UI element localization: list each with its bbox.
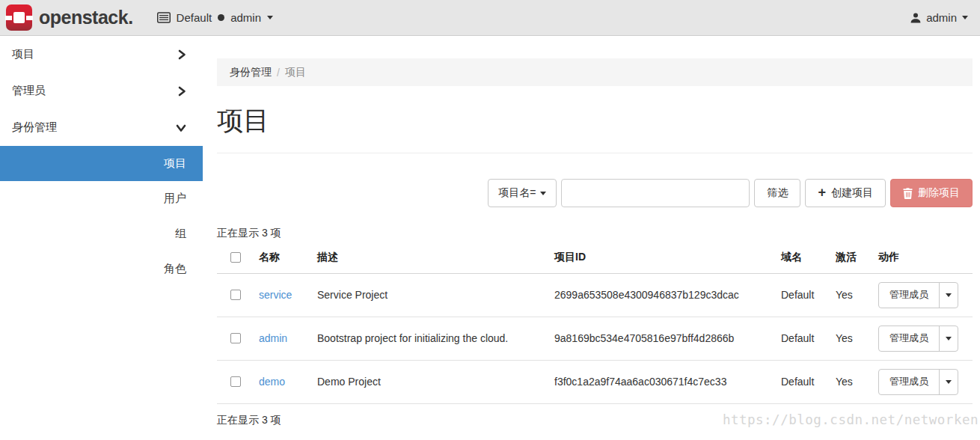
manage-members-button[interactable]: 管理成员	[879, 326, 939, 351]
filter-button-label: 筛选	[767, 186, 788, 200]
filter-button[interactable]: 筛选	[754, 179, 800, 207]
sidebar-item-identity-roles[interactable]: 角色	[0, 251, 203, 287]
csdn-watermark: https://blog.csdn.net/networken	[723, 412, 979, 427]
project-domain: Default	[781, 360, 836, 403]
main-content: 身份管理 / 项目 项目 项目名= 筛选 + 创建项目	[217, 36, 973, 427]
row-action-dropdown-toggle[interactable]	[939, 283, 958, 308]
row-action-dropdown-toggle[interactable]	[939, 326, 958, 351]
sidebar-item-identity[interactable]: 身份管理	[0, 109, 203, 146]
projects-table: 名称 描述 项目ID 域名 激活 动作 service Service Proj…	[217, 242, 973, 404]
project-name-link[interactable]: service	[259, 289, 292, 301]
breadcrumb-parent[interactable]: 身份管理	[230, 66, 272, 79]
project-domain: Default	[781, 317, 836, 360]
table-actions-bar: 项目名= 筛选 + 创建项目 删除项目	[217, 179, 973, 207]
chevron-right-icon	[177, 49, 186, 60]
filter-input[interactable]	[561, 179, 750, 207]
chevron-down-icon	[946, 337, 952, 340]
chevron-down-icon	[946, 293, 952, 297]
table-row: service Service Project 2699a653508e4300…	[217, 273, 973, 317]
project-dot-icon	[218, 14, 224, 21]
sidebar-item-label: 身份管理	[12, 120, 57, 135]
breadcrumb-current: 项目	[285, 66, 306, 79]
project-domain: Default	[781, 273, 836, 317]
sidebar-subitem-label: 组	[175, 227, 186, 241]
sidebar-item-admin[interactable]: 管理员	[0, 73, 203, 109]
create-project-button[interactable]: + 创建项目	[805, 179, 886, 207]
chevron-down-icon	[267, 16, 273, 19]
user-menu[interactable]: admin	[910, 11, 968, 24]
row-checkbox[interactable]	[230, 290, 241, 300]
sidebar-subitem-label: 角色	[164, 262, 186, 276]
project-id: 9a8169bc534e4705816e97bff4d2866b	[554, 317, 781, 360]
openstack-logo-icon	[6, 4, 32, 31]
brand-text: openstack.	[39, 7, 133, 28]
breadcrumb-separator: /	[277, 67, 280, 79]
project-active: Yes	[836, 360, 878, 403]
sidebar-item-identity-projects[interactable]: 项目	[0, 146, 203, 181]
project-active: Yes	[836, 317, 878, 360]
domain-project-switcher[interactable]: Default admin	[157, 11, 273, 24]
project-description: Demo Project	[317, 360, 554, 403]
breadcrumb: 身份管理 / 项目	[217, 58, 973, 86]
page-title: 项目	[217, 103, 973, 138]
manage-members-button[interactable]: 管理成员	[879, 370, 939, 394]
delete-projects-label: 删除项目	[918, 186, 960, 200]
trash-icon	[903, 188, 913, 199]
top-navbar: openstack. Default admin admin	[0, 0, 980, 36]
delete-projects-button[interactable]: 删除项目	[890, 179, 973, 207]
column-header-domain: 域名	[781, 242, 836, 273]
column-header-description: 描述	[317, 242, 554, 273]
column-header-project-id: 项目ID	[554, 242, 781, 273]
filter-field-dropdown[interactable]: 项目名=	[488, 179, 557, 207]
person-icon	[910, 13, 921, 23]
select-all-checkbox[interactable]	[230, 252, 241, 263]
sidebar-subitem-label: 项目	[164, 156, 186, 171]
project-name-link[interactable]: demo	[259, 376, 285, 388]
openstack-logo[interactable]: openstack.	[6, 4, 133, 31]
chevron-down-icon	[962, 16, 968, 19]
list-icon	[157, 12, 171, 23]
table-count-top: 正在显示 3 项	[217, 227, 973, 240]
table-row: admin Bootstrap project for initializing…	[217, 317, 973, 360]
sidebar-item-label: 管理员	[12, 84, 46, 98]
create-project-label: 创建项目	[831, 186, 873, 200]
sidebar-item-label: 项目	[12, 47, 34, 61]
row-action-dropdown-toggle[interactable]	[939, 370, 958, 394]
row-action-split-button: 管理成员	[878, 282, 958, 308]
chevron-down-icon	[176, 123, 186, 132]
row-action-split-button: 管理成员	[878, 369, 958, 395]
column-header-actions: 动作	[878, 242, 973, 273]
project-active: Yes	[836, 273, 878, 317]
column-header-name[interactable]: 名称	[259, 242, 317, 273]
project-id: 2699a653508e4300946837b129c3dcac	[554, 273, 781, 317]
sidebar-item-identity-users[interactable]: 用户	[0, 181, 203, 216]
table-header-row: 名称 描述 项目ID 域名 激活 动作	[217, 242, 973, 273]
row-action-split-button: 管理成员	[878, 326, 958, 352]
project-description: Service Project	[317, 273, 554, 317]
chevron-right-icon	[177, 86, 186, 97]
user-name: admin	[926, 11, 957, 24]
sidebar-subitem-label: 用户	[164, 192, 186, 206]
project-description: Bootstrap project for initializing the c…	[317, 317, 554, 360]
plus-icon: +	[818, 186, 826, 199]
table-row: demo Demo Project f3f0c1a2a9f74aa6ac0306…	[217, 360, 973, 403]
chevron-down-icon	[946, 380, 952, 384]
project-name-link[interactable]: admin	[259, 332, 287, 344]
title-divider	[217, 153, 973, 153]
sidebar: 项目 管理员 身份管理 项目 用户 组 角色	[0, 36, 203, 427]
sidebar-item-project[interactable]: 项目	[0, 36, 203, 73]
chevron-down-icon	[540, 192, 546, 195]
horizon-dashboard: openstack. Default admin admin	[0, 0, 980, 440]
row-checkbox[interactable]	[230, 333, 241, 343]
current-domain: Default	[177, 11, 212, 24]
filter-field-label: 项目名=	[498, 186, 536, 200]
row-checkbox[interactable]	[230, 376, 241, 387]
project-id: f3f0c1a2a9f74aa6ac030671f4c7ec33	[554, 360, 781, 403]
current-project: admin	[230, 11, 261, 24]
column-header-active: 激活	[836, 242, 878, 273]
manage-members-button[interactable]: 管理成员	[879, 283, 939, 308]
sidebar-item-identity-groups[interactable]: 组	[0, 216, 203, 251]
